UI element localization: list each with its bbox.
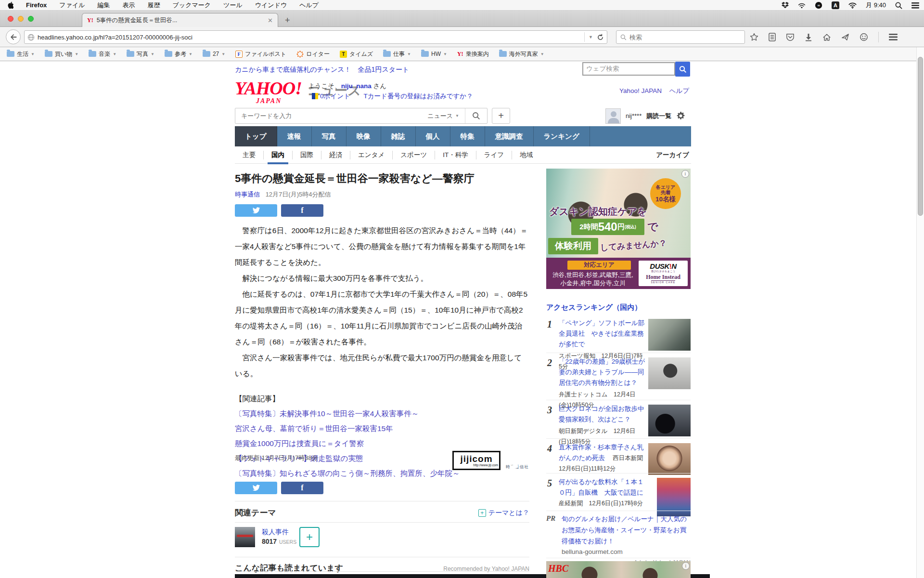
related-link[interactable]: 宮沢さん母、墓前で祈り＝世田谷一家殺害15年: [235, 421, 529, 436]
ranking-heading-link[interactable]: アクセスランキング（国内）: [546, 303, 642, 312]
subnav-domestic[interactable]: 国内: [263, 151, 292, 159]
ranking-thumbnail[interactable]: [648, 319, 691, 351]
header-promo-link[interactable]: カニから車まで底値落札のチャンス！ 全品1円スタート: [235, 66, 409, 74]
tcard-link[interactable]: Tカード番号の登録はお済みですか？: [364, 92, 473, 100]
subnav-world[interactable]: 国際: [292, 151, 321, 159]
url-bar[interactable]: ▼: [24, 30, 607, 44]
subnav-economy[interactable]: 経済: [321, 151, 350, 159]
what-is-theme-link[interactable]: テーマとは？: [488, 509, 529, 517]
tab-close-icon[interactable]: ✕: [268, 17, 273, 24]
subnav-entertainment[interactable]: エンタメ: [350, 151, 392, 159]
hello-smiley-icon[interactable]: [860, 33, 868, 41]
facebook-share-button[interactable]: f: [281, 482, 323, 494]
points-link[interactable]: 0ポイント: [320, 92, 350, 100]
twitter-share-button[interactable]: [235, 204, 277, 217]
browser-tab[interactable]: Y! 5事件の懸賞金延長＝世田谷... ✕: [82, 13, 278, 27]
search-scope-dropdown[interactable]: ニュース▼: [422, 112, 465, 120]
scrollbar-thumb[interactable]: [918, 57, 923, 216]
menu-hamburger-icon[interactable]: [889, 34, 898, 40]
bookmark-folder-27[interactable]: 27▼: [203, 51, 225, 57]
nav-tab-breaking[interactable]: 速報: [277, 126, 312, 146]
menu-file[interactable]: ファイル: [59, 1, 85, 10]
menu-view[interactable]: 表示: [123, 1, 135, 10]
url-dropdown-icon[interactable]: ▼: [589, 35, 593, 39]
wifi-icon[interactable]: [848, 2, 857, 9]
ranking-thumbnail[interactable]: [648, 405, 691, 436]
browser-search-input[interactable]: [629, 34, 741, 41]
duskin-ad[interactable]: i 各エリア 先着 10名様 ダスキン認知症ケアを 2時間540円(税込) で …: [546, 169, 691, 289]
menu-bookmarks[interactable]: ブックマーク: [173, 1, 211, 10]
browser-search-box[interactable]: [616, 30, 745, 44]
menu-history[interactable]: 履歴: [148, 1, 160, 10]
bookmark-filepost[interactable]: Fファイルポスト: [235, 50, 286, 58]
bookmark-folder-overseas-photographers[interactable]: 海外写真家▼: [499, 50, 544, 58]
yahoo-news-logo[interactable]: YAHOO! JAPAN ニュース: [235, 79, 302, 97]
related-link[interactable]: 〔写真特集〕未解決事件10～世田谷一家4人殺害事件～: [235, 406, 529, 421]
jiji-press-logo[interactable]: 時事通信社: [505, 461, 529, 470]
hbc-ad[interactable]: HBC i: [546, 561, 691, 578]
apple-menu-icon[interactable]: [7, 1, 13, 9]
bookmark-times[interactable]: Tタイムズ: [340, 50, 373, 58]
menu-tools[interactable]: ツール: [223, 1, 243, 10]
keyword-input[interactable]: [235, 112, 422, 119]
reading-list-icon[interactable]: [769, 33, 776, 41]
menu-window[interactable]: ウインドウ: [255, 1, 287, 10]
home-icon[interactable]: [822, 33, 831, 41]
page-scrollbar[interactable]: [916, 47, 924, 578]
subnav-local[interactable]: 地域: [512, 151, 540, 159]
bookmark-folder-shopping[interactable]: 買い物▼: [45, 50, 78, 58]
new-tab-button[interactable]: +: [285, 15, 290, 26]
bookmark-folder-photo[interactable]: 写真▼: [127, 50, 154, 58]
news-search-button[interactable]: [465, 108, 487, 123]
subnav-it-science[interactable]: IT・科学: [435, 151, 476, 159]
jijicom-logo[interactable]: jijicom http://www.jiji.com: [452, 451, 500, 470]
menu-edit[interactable]: 編集: [98, 1, 110, 10]
theme-name-link[interactable]: 殺人事件: [262, 528, 289, 537]
bookmark-folder-work[interactable]: 仕事▼: [383, 50, 411, 58]
nav-tab-feature[interactable]: 特集: [450, 126, 485, 146]
related-link[interactable]: 懸賞金1000万円は捜査員に＝タイ警察: [235, 436, 529, 451]
url-input[interactable]: [38, 34, 581, 41]
twitter-share-button[interactable]: [235, 482, 277, 494]
bookmark-folder-hw[interactable]: HW▼: [421, 51, 447, 57]
nav-tab-personal[interactable]: 個人: [416, 126, 450, 146]
creative-cloud-icon[interactable]: ∞: [815, 1, 822, 9]
bookmark-transit[interactable]: Y!乗換案内: [457, 50, 489, 58]
theme-thumbnail[interactable]: [235, 527, 255, 547]
input-source-icon[interactable]: A: [832, 1, 839, 9]
nav-tab-poll[interactable]: 意識調査: [485, 126, 534, 146]
nav-tab-magazine[interactable]: 雑誌: [381, 126, 416, 146]
notification-center-icon[interactable]: [911, 2, 919, 9]
subnav-sports[interactable]: スポーツ: [392, 151, 435, 159]
facebook-share-button[interactable]: f: [281, 204, 323, 217]
pocket-icon[interactable]: [786, 33, 795, 41]
add-keyword-button[interactable]: +: [492, 108, 510, 124]
dropbox-icon[interactable]: [782, 2, 789, 9]
nav-tab-top[interactable]: トップ: [235, 126, 277, 146]
ad-info-icon[interactable]: i: [682, 562, 690, 570]
hotspot-icon[interactable]: [798, 2, 806, 9]
bookmark-reuters[interactable]: ロイター: [296, 50, 330, 58]
menu-bar-clock[interactable]: 月 9:40: [866, 1, 886, 10]
bookmark-folder-reference[interactable]: 参考▼: [165, 50, 192, 58]
bookmark-star-icon[interactable]: [750, 33, 758, 41]
spotlight-icon[interactable]: [895, 2, 902, 9]
bookmark-folder-life[interactable]: 生活▼: [7, 50, 35, 58]
close-window-button[interactable]: [8, 16, 13, 22]
subnav-main[interactable]: 主要: [235, 151, 263, 159]
nav-tab-video[interactable]: 映像: [346, 126, 381, 146]
menu-help[interactable]: ヘルプ: [299, 1, 319, 10]
share-icon[interactable]: [841, 33, 849, 41]
ranking-title-link[interactable]: 何が出るかな飲料水「１本１０円」自販機 大阪で話題に: [559, 478, 644, 496]
bookmark-folder-music[interactable]: 音楽▼: [89, 50, 116, 58]
ranking-title-link[interactable]: 「ペヤング」ソフトボール部全員退社 やきそば生産業務が多忙で: [559, 319, 644, 348]
ranking-thumbnail[interactable]: [648, 357, 691, 389]
ranking-title-link[interactable]: 「22歳年の差婚」29歳棋士が妻の弟夫婦とトラブル――同居住宅の共有物分割とは？: [559, 358, 645, 386]
nav-tab-photo[interactable]: 写真: [312, 126, 346, 146]
pr-link[interactable]: 旬のグルメをお届け／ベルーナ｜大人気のお惣菜から海産物・スイーツ・野菜をお買得価…: [562, 513, 691, 547]
article-source-link[interactable]: 時事通信: [235, 191, 260, 198]
zoom-window-button[interactable]: [28, 16, 34, 22]
minimize-window-button[interactable]: [18, 16, 24, 22]
reload-icon[interactable]: [597, 34, 604, 41]
downloads-icon[interactable]: [805, 33, 812, 41]
